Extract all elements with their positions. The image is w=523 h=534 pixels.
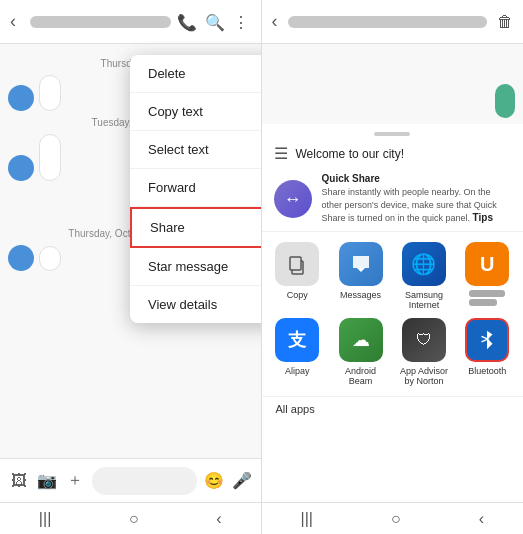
right-nav-bar: ||| ○ ‹ — [262, 502, 524, 534]
norton-app-icon: 🛡 — [402, 318, 446, 362]
right-nav-back-icon[interactable]: ‹ — [479, 510, 484, 528]
alipay-app-label: Alipay — [285, 366, 310, 376]
context-view-details[interactable]: View details — [130, 286, 261, 323]
video-icon[interactable]: 📷 — [36, 470, 58, 492]
left-panel: ‹ 📞 🔍 ⋮ Thursday, Jul Tuesday, Septem — [0, 0, 261, 534]
hamburger-icon[interactable]: ☰ — [274, 144, 288, 163]
contact-name-bar — [30, 16, 171, 28]
right-panel: ‹ 🗑 ☰ Welcome to our city! ↔ Quick Share… — [262, 0, 524, 534]
quick-share-icon[interactable]: ↔ — [274, 180, 312, 218]
search-icon[interactable]: 🔍 — [205, 13, 223, 31]
avatar — [8, 155, 34, 181]
more-icon[interactable]: ⋮ — [233, 13, 251, 31]
quick-share-label: Quick Share — [322, 173, 512, 184]
app-item-alipay[interactable]: 支 Alipay — [270, 318, 325, 386]
chat-bottom: 🖼 📷 ＋ 😊 🎤 — [0, 458, 261, 502]
avatar — [8, 245, 34, 271]
samsung-app-icon: 🌐 — [402, 242, 446, 286]
quick-share-info: ↔ Quick Share Share instantly with peopl… — [262, 167, 524, 232]
messages-app-label: Messages — [340, 290, 381, 300]
all-apps-row[interactable]: All apps — [262, 396, 524, 421]
app-item-android-beam[interactable]: ☁ AndroidBeam — [333, 318, 388, 386]
context-star[interactable]: Star message — [130, 248, 261, 286]
right-back-icon[interactable]: ‹ — [272, 11, 278, 32]
outgoing-bubble — [495, 84, 515, 118]
alipay-app-icon: 支 — [275, 318, 319, 362]
share-handle — [374, 132, 410, 136]
header-icons: 📞 🔍 ⋮ — [177, 13, 251, 31]
messages-app-icon — [339, 242, 383, 286]
uc-app-label — [469, 290, 505, 306]
right-contact-name — [288, 16, 488, 28]
copy-app-label: Copy — [287, 290, 308, 300]
app-item-uc[interactable]: U — [460, 242, 515, 310]
context-select-text[interactable]: Select text — [130, 131, 261, 169]
samsung-app-label: Samsung Internet — [396, 290, 451, 310]
message-bubble — [39, 246, 61, 271]
right-nav-home-icon[interactable]: ○ — [391, 510, 401, 528]
android-beam-icon: ☁ — [339, 318, 383, 362]
trash-icon[interactable]: 🗑 — [497, 13, 513, 31]
left-header: ‹ 📞 🔍 ⋮ — [0, 0, 261, 44]
bluetooth-app-label: Bluetooth — [468, 366, 506, 376]
add-icon[interactable]: ＋ — [64, 470, 86, 492]
welcome-text: Welcome to our city! — [296, 147, 404, 161]
app-item-bluetooth[interactable]: Bluetooth — [460, 318, 515, 386]
right-header: ‹ 🗑 — [262, 0, 524, 44]
svg-rect-1 — [290, 257, 301, 270]
android-beam-label: AndroidBeam — [345, 366, 376, 386]
bluetooth-app-icon — [465, 318, 509, 362]
app-item-copy[interactable]: Copy — [270, 242, 325, 310]
sticker-icon[interactable]: 😊 — [203, 470, 225, 492]
uc-app-icon: U — [465, 242, 509, 286]
context-share[interactable]: Share — [130, 207, 261, 248]
phone-icon[interactable]: 📞 — [177, 13, 195, 31]
share-header: ☰ Welcome to our city! — [262, 140, 524, 167]
right-nav-recent-icon[interactable]: ||| — [301, 510, 313, 528]
context-menu: Delete Copy text Select text Forward Sha… — [130, 55, 261, 323]
app-item-messages[interactable]: Messages — [333, 242, 388, 310]
avatar — [8, 85, 34, 111]
back-icon[interactable]: ‹ — [10, 11, 16, 32]
message-bubble — [39, 75, 61, 111]
context-copy-text[interactable]: Copy text — [130, 93, 261, 131]
message-input[interactable] — [92, 467, 197, 495]
message-bubble — [39, 134, 61, 181]
image-icon[interactable]: 🖼 — [8, 470, 30, 492]
app-item-norton[interactable]: 🛡 App Advisorby Norton — [396, 318, 451, 386]
right-chat-preview — [262, 44, 524, 124]
context-forward[interactable]: Forward — [130, 169, 261, 207]
context-delete[interactable]: Delete — [130, 55, 261, 93]
norton-app-label: App Advisorby Norton — [400, 366, 448, 386]
quick-share-desc-text: Share instantly with people nearby. On t… — [322, 186, 512, 225]
left-nav-bar: ||| ○ ‹ — [0, 502, 261, 534]
nav-back-icon[interactable]: ‹ — [216, 510, 221, 528]
copy-app-icon — [275, 242, 319, 286]
quick-share-description: Quick Share Share instantly with people … — [322, 173, 512, 225]
apps-grid: Copy Messages 🌐 Samsung Internet — [262, 232, 524, 396]
share-sheet: ☰ Welcome to our city! ↔ Quick Share Sha… — [262, 124, 524, 502]
nav-recent-icon[interactable]: ||| — [39, 510, 51, 528]
tips-label[interactable]: Tips — [473, 212, 493, 223]
app-item-samsung[interactable]: 🌐 Samsung Internet — [396, 242, 451, 310]
nav-home-icon[interactable]: ○ — [129, 510, 139, 528]
mic-icon[interactable]: 🎤 — [231, 470, 253, 492]
